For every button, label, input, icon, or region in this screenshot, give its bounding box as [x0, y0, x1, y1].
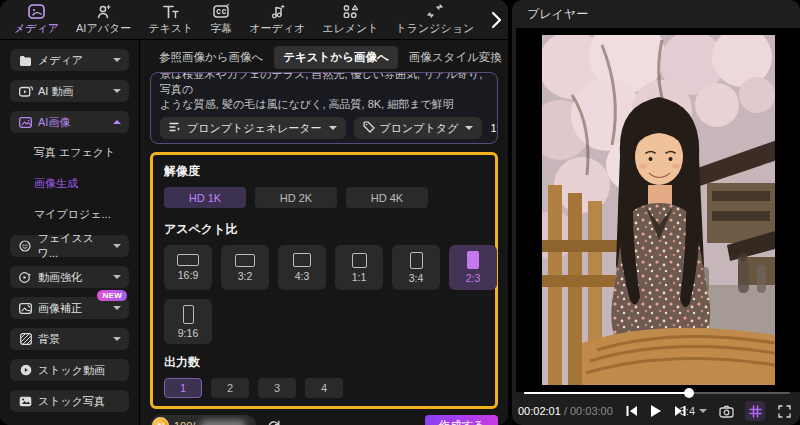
toolbar-item-elements[interactable]: エレメント — [322, 4, 378, 36]
player-controls: 00:02:01 / 00:03:00 3:4 — [518, 400, 794, 422]
prompt-tag-button[interactable]: プロンプトタグ — [354, 117, 483, 139]
video-enhance-icon — [18, 272, 33, 283]
sidebar-item-label: 背景 — [38, 332, 60, 347]
resolution-hd4k-button[interactable]: HD 4K — [346, 187, 428, 208]
aspect-1-1-label: 1:1 — [352, 271, 367, 283]
ai-credits-pill[interactable]: AI 100/ — [150, 415, 256, 425]
aspect-9-16-tile[interactable]: 9:16 — [164, 299, 212, 344]
aspect-16-9-tile[interactable]: 16:9 — [164, 245, 212, 290]
background-icon — [18, 333, 33, 345]
sidebar-item-ai-video[interactable]: AI 動画 — [10, 80, 129, 102]
time-total: / 00:03:00 — [561, 405, 613, 417]
sidebar-item-stock-photo[interactable]: ストック写真 — [10, 390, 129, 412]
tab-text-to-image[interactable]: テキストから画像へ — [274, 46, 397, 69]
image-correction-icon — [18, 303, 33, 314]
sidebar-item-media[interactable]: メディア — [10, 49, 129, 71]
tab-style-transfer[interactable]: 画像スタイル変換 — [400, 46, 508, 69]
aspect-3-2-tile[interactable]: 3:2 — [221, 245, 269, 290]
tab-reference-to-image[interactable]: 参照画像から画像へ — [150, 46, 272, 69]
char-count: 195 — [490, 122, 498, 134]
aspect-1-1-tile[interactable]: 1:1 — [335, 245, 383, 290]
output-count-4-button[interactable]: 4 — [305, 378, 343, 398]
sidebar-item-photo-effect[interactable]: 写真 エフェクト — [10, 142, 129, 162]
toolbar-item-ai-avatar[interactable]: AIアバター — [76, 4, 131, 36]
time-current: 00:02:01 — [518, 405, 561, 417]
sidebar-item-label: メディア — [38, 53, 83, 68]
toolbar-item-transitions[interactable]: トランジション — [396, 4, 475, 36]
chevron-down-icon — [465, 126, 473, 130]
aspect-3-4-tile[interactable]: 3:4 — [392, 245, 440, 290]
output-count-label: 出力数 — [164, 354, 484, 371]
toolbar-item-audio[interactable]: オーディオ — [249, 4, 305, 36]
previous-frame-button[interactable] — [626, 405, 637, 417]
next-frame-button[interactable] — [675, 405, 686, 417]
create-button[interactable]: 作成する — [425, 415, 498, 425]
elements-icon — [342, 4, 359, 19]
toolbar-item-media[interactable]: メディア — [14, 4, 59, 36]
chevron-down-icon — [113, 337, 121, 341]
sidebar-item-label: 動画強化 — [38, 270, 82, 285]
aspect-2-3-tile[interactable]: 2:3 — [449, 245, 497, 290]
prompt-box[interactable]: 景は桜並木やカフェのテラス, 自然光, 優しい雰囲気, リアル寄り, 写真の よ… — [150, 72, 498, 144]
play-button[interactable] — [650, 404, 662, 418]
sidebar-item-stock-video[interactable]: ストック動画 — [10, 359, 129, 381]
toolbar-item-label: トランジション — [396, 21, 475, 36]
stock-video-icon — [18, 364, 33, 376]
aspect-2-3-shape-icon — [467, 251, 479, 269]
refresh-icon[interactable] — [267, 419, 281, 425]
aspect-4-3-tile[interactable]: 4:3 — [278, 245, 326, 290]
sidebar-item-label: 写真 エフェクト — [34, 145, 115, 160]
timecode: 00:02:01 / 00:03:00 — [518, 405, 613, 417]
text-icon — [162, 4, 179, 19]
toolbar-item-text[interactable]: テキスト — [148, 4, 193, 36]
sidebar-item-image-generation[interactable]: 画像生成 — [10, 173, 129, 193]
preview-image — [542, 35, 775, 385]
sidebar-item-label: マイプロジェ... — [34, 207, 111, 222]
folder-icon — [18, 55, 33, 66]
output-count-1-button[interactable]: 1 — [164, 378, 202, 398]
ai-avatar-icon — [95, 4, 112, 19]
generation-settings-highlighted: 解像度 HD 1K HD 2K HD 4K アスペクト比 16:9 — [150, 152, 498, 409]
aspect-ratio-label: アスペクト比 — [164, 221, 484, 238]
sidebar-item-image-correction[interactable]: 画像補正 NEW — [10, 297, 129, 319]
chevron-down-icon — [113, 244, 121, 248]
aspect-1-1-shape-icon — [352, 253, 367, 268]
transitions-icon — [426, 4, 444, 19]
sidebar-item-label: 画像補正 — [38, 301, 82, 316]
snapshot-camera-icon[interactable] — [716, 401, 736, 421]
fullscreen-icon[interactable] — [774, 401, 794, 421]
resolution-hd1k-button[interactable]: HD 1K — [164, 187, 246, 208]
sidebar: メディア AI 動画 AI画像 写真 エフェクト 画像生成 — [0, 40, 140, 425]
toolbar-expand-chevron-icon[interactable] — [491, 11, 502, 29]
grid-overlay-icon[interactable] — [745, 401, 765, 421]
sidebar-item-video-enhance[interactable]: 動画強化 — [10, 266, 129, 288]
transport-controls — [626, 404, 686, 418]
chevron-down-icon — [699, 409, 707, 413]
prompt-textarea[interactable]: 景は桜並木やカフェのテラス, 自然光, 優しい雰囲気, リアル寄り, 写真の よ… — [151, 73, 497, 113]
seek-handle[interactable] — [684, 388, 694, 398]
sidebar-item-label: ストック動画 — [38, 363, 105, 378]
resolution-hd2k-button[interactable]: HD 2K — [255, 187, 337, 208]
sidebar-item-ai-image[interactable]: AI画像 — [10, 111, 129, 133]
toolbar-item-subtitles[interactable]: 字幕 — [210, 4, 232, 36]
sidebar-item-background[interactable]: 背景 — [10, 328, 129, 350]
aspect-3-4-shape-icon — [410, 252, 423, 269]
stock-photo-icon — [18, 396, 33, 407]
sidebar-item-face-swap[interactable]: フェイススワ... — [10, 235, 129, 257]
sidebar-item-my-projects[interactable]: マイプロジェ... — [10, 204, 129, 224]
main-content: 参照画像から画像へ テキストから画像へ 画像スタイル変換 景は桜並木やカフェのテ… — [140, 40, 508, 425]
ai-image-icon — [18, 117, 33, 128]
aspect-ratio-options: 16:9 3:2 4:3 1:1 — [164, 245, 500, 344]
output-count-3-button[interactable]: 3 — [258, 378, 296, 398]
output-count-2-button[interactable]: 2 — [211, 378, 249, 398]
player-title: プレイヤー — [512, 0, 800, 28]
prompt-actions: プロンプトジェネレーター プロンプトタグ 195/2000 — [151, 113, 497, 139]
sidebar-item-label: フェイススワ... — [38, 231, 113, 261]
seek-bar[interactable] — [524, 388, 790, 398]
chevron-down-icon — [113, 275, 121, 279]
prompt-generator-icon — [169, 122, 182, 134]
sidebar-item-label: AI画像 — [38, 115, 70, 130]
mode-tabs: 参照画像から画像へ テキストから画像へ 画像スタイル変換 — [150, 46, 498, 69]
prompt-generator-button[interactable]: プロンプトジェネレーター — [160, 117, 346, 139]
prompt-text-line2: ような質感, 髪の毛は風になびく, 高品質, 8K, 細部まで鮮明 — [160, 97, 488, 112]
